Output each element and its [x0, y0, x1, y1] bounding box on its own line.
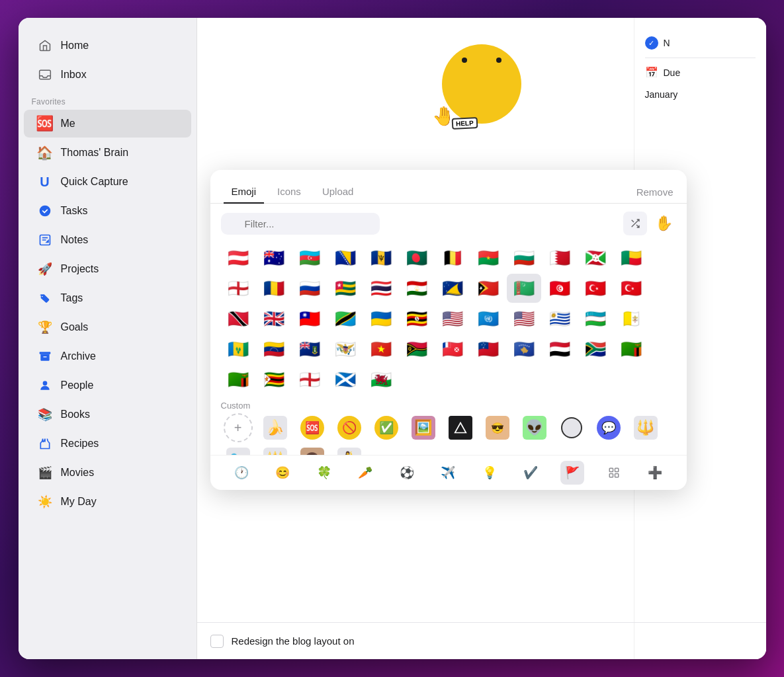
custom-emoji-person-photo[interactable]: 👩 [295, 445, 329, 455]
emoji-cell[interactable]: 🇺🇸 [435, 304, 470, 333]
sidebar-item-tags[interactable]: Tags [24, 284, 191, 312]
emoji-cell-selected[interactable]: 🇹🇲 [507, 274, 541, 303]
sidebar-item-me[interactable]: 🆘 Me [24, 110, 191, 138]
emoji-cell[interactable]: 🇹🇷 [578, 274, 613, 303]
custom-emoji-dance[interactable]: 💃 [332, 445, 367, 455]
category-recent[interactable]: 🕐 [230, 461, 253, 485]
emoji-cell[interactable]: 🇬🇧 [257, 304, 291, 333]
emoji-cell[interactable]: 🇺🇳 [471, 304, 505, 333]
sidebar-item-books[interactable]: 📚 Books [24, 401, 191, 428]
emoji-cell[interactable]: 🇺🇿 [578, 304, 613, 333]
emoji-cell[interactable]: 🇼🇫 [435, 335, 470, 364]
custom-emoji-discord[interactable]: 💬 [591, 413, 626, 442]
emoji-cell[interactable]: 🇧🇩 [400, 243, 434, 272]
sidebar-item-goals[interactable]: 🏆 Goals [24, 313, 191, 341]
category-flags[interactable]: 🚩 [560, 461, 584, 485]
emoji-cell[interactable]: 🇦🇿 [292, 243, 327, 272]
custom-emoji-banana[interactable]: 🍌 [258, 413, 292, 442]
emoji-cell[interactable]: 🇾🇪 [543, 335, 577, 364]
tab-emoji[interactable]: Emoji [224, 180, 265, 204]
emoji-cell[interactable]: 🇹🇭 [364, 274, 398, 303]
custom-add-button[interactable]: + [221, 413, 255, 442]
emoji-cell[interactable]: 🇻🇺 [400, 335, 434, 364]
skin-tone-button[interactable]: ✋ [652, 212, 676, 235]
sidebar-item-inbox[interactable]: Inbox [24, 61, 191, 89]
custom-emoji-photo[interactable]: 🖼️ [406, 413, 441, 442]
emoji-cell[interactable]: 🇹🇷 [614, 274, 648, 303]
category-all[interactable] [602, 461, 626, 485]
custom-emoji-twitter[interactable]: 🐦 [221, 445, 255, 455]
custom-emoji-circle[interactable] [554, 413, 589, 442]
category-smileys[interactable]: 😊 [271, 461, 294, 485]
emoji-cell[interactable]: 🇻🇮 [328, 335, 363, 364]
category-add[interactable]: ➕ [643, 461, 667, 485]
emoji-cell[interactable]: 🇺🇸 [507, 304, 541, 333]
random-button[interactable] [623, 212, 647, 235]
category-objects[interactable]: 💡 [478, 461, 501, 485]
emoji-cell[interactable]: 🇿🇲 [221, 365, 255, 394]
emoji-cell[interactable]: 🇹🇿 [328, 304, 363, 333]
emoji-cell[interactable]: 🏴󠁧󠁢󠁷󠁬󠁳󠁿 [364, 365, 398, 394]
custom-emoji-git[interactable]: 🔱 [629, 413, 663, 442]
sidebar-item-projects[interactable]: 🚀 Projects [24, 255, 191, 283]
sidebar-item-movies[interactable]: 🎬 Movies [24, 459, 191, 487]
emoji-cell[interactable]: 🇦🇺 [257, 243, 291, 272]
emoji-cell[interactable]: 🏴󠁧󠁢󠁥󠁮󠁧󠁿 [221, 274, 255, 303]
help-avatar[interactable]: 🤚 HELP [439, 44, 525, 130]
emoji-cell[interactable]: 🇹🇯 [400, 274, 434, 303]
emoji-cell[interactable]: 🏴󠁧󠁢󠁥󠁮󠁧󠁿 [292, 365, 327, 394]
emoji-cell[interactable]: 🇧🇫 [471, 243, 505, 272]
emoji-cell[interactable]: 🇽🇰 [507, 335, 541, 364]
emoji-cell[interactable]: 🏴󠁧󠁢󠁳󠁣󠁴󠁿 [328, 365, 363, 394]
tab-icons[interactable]: Icons [269, 180, 309, 204]
emoji-cell[interactable]: 🇷🇴 [257, 274, 291, 303]
sidebar-item-myday[interactable]: ☀️ My Day [24, 488, 191, 516]
sidebar-item-notes[interactable]: Notes [24, 226, 191, 254]
emoji-cell[interactable]: 🇻🇨 [221, 335, 255, 364]
sidebar-item-brain[interactable]: 🏠 Thomas' Brain [24, 139, 191, 167]
emoji-cell[interactable]: 🇹🇬 [328, 274, 363, 303]
category-symbols[interactable]: ✔️ [519, 461, 543, 485]
emoji-cell[interactable]: 🇻🇦 [614, 304, 648, 333]
emoji-cell[interactable]: 🇺🇦 [364, 304, 398, 333]
sidebar-item-capture[interactable]: U Quick Capture [24, 168, 191, 196]
sidebar-item-archive[interactable]: Archive [24, 342, 191, 370]
emoji-cell[interactable]: 🇹🇹 [221, 304, 255, 333]
emoji-cell[interactable]: 🇧🇦 [328, 243, 363, 272]
emoji-cell[interactable]: 🇧🇯 [614, 243, 648, 272]
emoji-cell[interactable]: 🇹🇰 [435, 274, 470, 303]
emoji-cell[interactable]: 🇻🇬 [292, 335, 327, 364]
custom-emoji-yes[interactable]: ✅ [369, 413, 404, 442]
emoji-cell[interactable]: 🇼🇸 [471, 335, 505, 364]
emoji-cell[interactable]: 🇻🇪 [257, 335, 291, 364]
emoji-cell[interactable]: 🇧🇧 [364, 243, 398, 272]
emoji-cell[interactable]: 🇷🇺 [292, 274, 327, 303]
sidebar-item-tasks[interactable]: Tasks [24, 197, 191, 225]
custom-emoji-no[interactable]: 🚫 [332, 413, 367, 442]
tab-remove[interactable]: Remove [636, 181, 674, 203]
category-nature[interactable]: 🍀 [312, 461, 336, 485]
custom-emoji-help[interactable]: 🆘 [295, 413, 329, 442]
emoji-cell[interactable]: 🇿🇲 [614, 335, 648, 364]
emoji-cell[interactable]: 🇧🇬 [507, 243, 541, 272]
category-activities[interactable]: ⚽ [395, 461, 419, 485]
custom-emoji-face[interactable]: 😎 [480, 413, 515, 442]
emoji-cell[interactable]: 🇹🇱 [471, 274, 505, 303]
category-travel[interactable]: ✈️ [436, 461, 460, 485]
emoji-cell[interactable]: 🇦🇹 [221, 243, 255, 272]
emoji-cell[interactable]: 🇻🇳 [364, 335, 398, 364]
emoji-cell[interactable]: 🇺🇾 [543, 304, 577, 333]
emoji-cell[interactable]: 🇧🇮 [578, 243, 613, 272]
emoji-cell[interactable]: 🇹🇳 [543, 274, 577, 303]
emoji-cell[interactable]: 🇿🇼 [257, 365, 291, 394]
custom-emoji-triangle[interactable] [443, 413, 478, 442]
emoji-filter-input[interactable] [221, 213, 380, 235]
sidebar-item-home[interactable]: Home [24, 32, 191, 60]
emoji-cell[interactable]: 🇧🇪 [435, 243, 470, 272]
emoji-cell[interactable]: 🇺🇬 [400, 304, 434, 333]
emoji-cell[interactable]: 🇹🇼 [292, 304, 327, 333]
sidebar-item-people[interactable]: People [24, 372, 191, 399]
emoji-cell[interactable]: 🇿🇦 [578, 335, 613, 364]
task-checkbox[interactable] [210, 635, 224, 648]
sidebar-item-recipes[interactable]: Recipes [24, 430, 191, 458]
